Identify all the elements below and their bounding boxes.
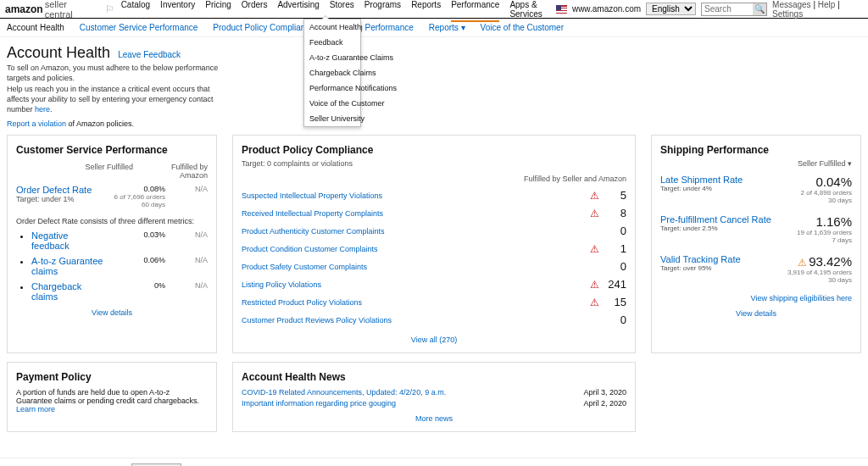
topright-settings[interactable]: Settings — [772, 9, 803, 19]
dropdown-feedback[interactable]: Feedback — [304, 35, 360, 50]
dropdown-account-health[interactable]: Account Health — [304, 19, 360, 35]
performance-dropdown: Account HealthFeedbackA-to-z Guarantee C… — [303, 19, 361, 127]
ship-card: Shipping Performance Seller Fulfilled ▾ … — [651, 135, 861, 353]
ship-head-toggle[interactable]: Seller Fulfilled ▾ — [798, 159, 852, 168]
policy-link[interactable]: Suspected Intellectual Property Violatio… — [242, 191, 590, 200]
policy-row: Suspected Intellectual Property Violatio… — [242, 186, 626, 204]
flag-icon[interactable]: ⚐ — [103, 3, 117, 15]
language-select-top[interactable]: English — [646, 3, 696, 15]
policy-link[interactable]: Listing Policy Violations — [242, 280, 590, 289]
subnav-voice-of-the-customer[interactable]: Voice of the Customer — [481, 23, 564, 32]
policy-row: Product Authenticity Customer Complaints… — [242, 222, 626, 240]
policy-row: Restricted Product Policy Violations⚠15 — [242, 293, 626, 311]
ship-value: 93.42% — [809, 254, 852, 269]
news-date: April 3, 2020 — [583, 388, 626, 397]
dropdown-voice-of-the-customer[interactable]: Voice of the Customer — [304, 96, 360, 111]
news-row: Important information regarding price go… — [242, 399, 626, 408]
brand-logo[interactable]: amazon seller central — [5, 0, 94, 19]
topright-help[interactable]: Help — [818, 0, 836, 9]
atoz-link[interactable]: A-to-z Guarantee claims — [31, 256, 103, 276]
main-columns: Customer Service Performance Seller Fulf… — [0, 135, 868, 362]
policy-count: 15 — [603, 296, 626, 308]
policy-link[interactable]: Customer Product Reviews Policy Violatio… — [242, 316, 603, 325]
lower-spacer — [651, 362, 861, 432]
ship-metric-link[interactable]: Valid Tracking Rate — [660, 254, 741, 264]
chargeback-link[interactable]: Chargeback claims — [31, 281, 81, 302]
top-bar: amazon seller central ⚐ CatalogInventory… — [0, 0, 868, 19]
report-violation-link[interactable]: Report a violation — [7, 119, 66, 128]
learn-more-link[interactable]: Learn more — [16, 405, 55, 413]
dropdown-performance-notifications[interactable]: Performance Notifications — [304, 80, 360, 96]
warning-icon: ⚠ — [590, 297, 599, 308]
here-link[interactable]: here — [35, 105, 50, 114]
csp-view-details[interactable]: View details — [92, 308, 132, 317]
subnav-account-health[interactable]: Account Health — [7, 23, 64, 32]
dropdown-chargeback-claims[interactable]: Chargeback Claims — [304, 65, 360, 80]
policy-link[interactable]: Product Authenticity Customer Complaints — [242, 227, 603, 236]
report-violation: Report a violation of Amazon policies. — [7, 119, 861, 128]
warning-icon: ⚠ — [590, 208, 599, 219]
intro-text-2: Help us reach you in the instance a crit… — [7, 85, 227, 114]
policy-link[interactable]: Received Intellectual Property Complaint… — [242, 209, 590, 218]
ppc-card: Product Policy Compliance Target: 0 comp… — [232, 135, 636, 353]
warning-icon: ⚠ — [590, 243, 599, 255]
odr-consists: Order Defect Rate consists of three diff… — [16, 217, 208, 225]
page-header: Account Health Leave Feedback To sell on… — [0, 37, 868, 135]
news-link[interactable]: COVID-19 Related Announcements, Updated:… — [242, 388, 446, 397]
policy-link[interactable]: Restricted Product Policy Violations — [242, 298, 590, 307]
odr-link[interactable]: Order Defect Rate — [16, 185, 92, 195]
subnav-product-policy-compliance[interactable]: Product Policy Compliance — [213, 23, 314, 32]
policy-count: 0 — [603, 313, 626, 326]
news-link[interactable]: Important information regarding price go… — [242, 399, 396, 408]
topright-messages[interactable]: Messages — [772, 0, 811, 9]
policy-row: Received Intellectual Property Complaint… — [242, 204, 626, 222]
ppc-view-all[interactable]: View all (270) — [411, 336, 457, 344]
odr-value: 0.08% — [104, 185, 165, 193]
news-date: April 2, 2020 — [583, 399, 626, 408]
footer: Get support Program Policies English © 1… — [0, 458, 868, 466]
policy-link[interactable]: Product Safety Customer Complaints — [242, 263, 603, 271]
brand-amazon: amazon — [5, 3, 43, 15]
dropdown-a-to-z-guarantee-claims[interactable]: A-to-z Guarantee Claims — [304, 50, 360, 65]
policy-count: 1 — [603, 242, 626, 255]
ship-metric-link[interactable]: Late Shipment Rate — [660, 175, 743, 185]
ship-view-details[interactable]: View details — [736, 309, 776, 318]
sub-nav: Account HealthCustomer Service Performan… — [0, 19, 868, 37]
search-input[interactable] — [702, 4, 753, 14]
warning-icon: ⚠ — [590, 279, 599, 291]
ship-block: Late Shipment RateTarget: under 4%0.04%2… — [660, 175, 852, 204]
search-icon[interactable]: 🔍 — [753, 3, 766, 15]
warning-icon: ⚠ — [798, 257, 807, 269]
policy-row: Product Safety Customer Complaints0 — [242, 258, 626, 275]
subnav-reports[interactable]: Reports ▾ — [429, 23, 465, 32]
us-flag-icon — [556, 5, 567, 14]
payment-title: Payment Policy — [16, 371, 208, 383]
news-card: Account Health News COVID-19 Related Ann… — [232, 362, 636, 432]
policy-count: 0 — [603, 260, 626, 273]
more-news-link[interactable]: More news — [415, 414, 453, 423]
policy-row: Listing Policy Violations⚠241 — [242, 275, 626, 293]
ppc-title: Product Policy Compliance — [242, 144, 626, 156]
neg-feedback-link[interactable]: Negative feedback — [31, 230, 70, 251]
top-right: www.amazon.com English 🔍 Messages | Help… — [556, 0, 863, 19]
policy-row: Product Condition Customer Complaints⚠1 — [242, 240, 626, 258]
policy-row: Customer Product Reviews Policy Violatio… — [242, 311, 626, 329]
csp-title: Customer Service Performance — [16, 144, 208, 156]
policy-link[interactable]: Product Condition Customer Complaints — [242, 245, 590, 253]
dropdown-seller-university[interactable]: Seller University — [304, 111, 360, 126]
domain-text: www.amazon.com — [572, 4, 641, 14]
ship-elig-link[interactable]: View shipping eligibilities here — [751, 294, 852, 302]
ship-block: Valid Tracking RateTarget: over 95%⚠93.4… — [660, 254, 852, 284]
news-title: Account Health News — [242, 371, 626, 383]
payment-card: Payment Policy A portion of funds are he… — [7, 362, 217, 432]
ship-metric-link[interactable]: Pre-fulfillment Cancel Rate — [660, 214, 771, 225]
ship-value: 0.04% — [815, 175, 852, 189]
policy-count: 0 — [603, 225, 626, 237]
subnav-customer-service-performance[interactable]: Customer Service Performance — [80, 23, 198, 32]
csp-card: Customer Service Performance Seller Fulf… — [7, 135, 217, 353]
leave-feedback-link[interactable]: Leave Feedback — [118, 50, 181, 59]
ship-title: Shipping Performance — [660, 144, 852, 156]
brand-sc: seller central — [45, 0, 95, 19]
payment-text: A portion of funds are held due to open … — [16, 388, 208, 413]
warning-icon: ⚠ — [590, 190, 599, 202]
